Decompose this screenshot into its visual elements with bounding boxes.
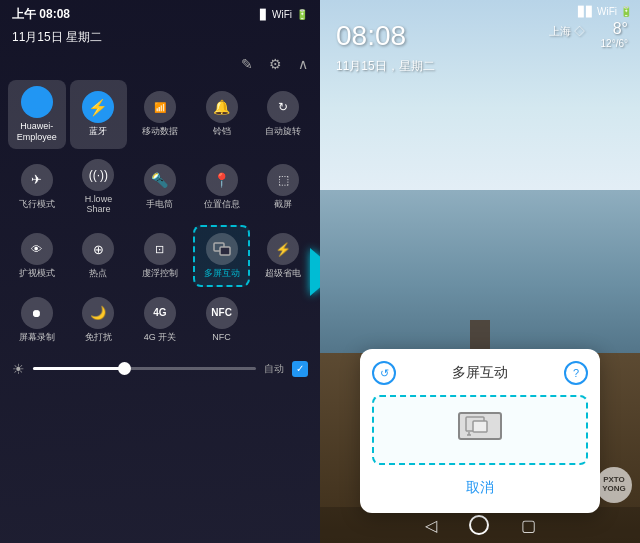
nfc-toggle[interactable]: NFC NFC [193, 291, 251, 349]
svg-rect-3 [473, 421, 487, 432]
nfc-icon: NFC [206, 297, 238, 329]
date-row: 11月15日 星期二 [0, 27, 320, 52]
settings-icon[interactable]: ⚙ [269, 56, 282, 72]
help-symbol: ? [573, 367, 579, 379]
dialog-title: 多屏互动 [396, 364, 564, 382]
direction-arrow [310, 248, 320, 296]
flashlight-toggle[interactable]: 🔦 手电筒 [131, 153, 189, 222]
watermark-circle: PXTOYONG [596, 467, 632, 503]
super-save-toggle[interactable]: ⚡ 超级省电 [254, 225, 312, 287]
weather-temp: 8° [601, 20, 628, 38]
status-time: 上午 08:08 [12, 6, 70, 23]
auto-rotate-toggle[interactable]: ↻ 自动旋转 [254, 80, 312, 149]
multiscreen-dialog: ↺ 多屏互动 ? [360, 349, 600, 513]
rotate-icon: ↻ [267, 91, 299, 123]
share-label: H.lowe Share [72, 194, 126, 216]
dialog-cancel-button[interactable]: 取消 [372, 475, 588, 501]
notification-shade: 上午 08:08 ▊ WiFi 🔋 11月15日 星期二 ✎ ⚙ ∧ [0, 0, 320, 543]
right-signal-icon: ▊▊ [578, 6, 594, 17]
collapse-icon[interactable]: ∧ [298, 56, 308, 72]
right-battery-icon: 🔋 [620, 6, 632, 17]
screen-record-toggle[interactable]: ⏺ 屏幕录制 [8, 291, 66, 349]
dnd-label: 免打扰 [85, 332, 112, 343]
float-control-toggle[interactable]: ⊡ 虔浮控制 [131, 225, 189, 287]
wifi-status-icon: WiFi [272, 9, 292, 20]
hotspot-label: 热点 [89, 268, 107, 279]
flashlight-label: 手电筒 [146, 199, 173, 210]
right-location: 上海 ◇ [549, 24, 585, 39]
brightness-thumb[interactable] [118, 362, 131, 375]
dnd-icon: 🌙 [82, 297, 114, 329]
recents-button[interactable]: ▢ [521, 516, 536, 535]
back-button[interactable]: ◁ [425, 516, 437, 535]
monitor-screen [458, 412, 502, 440]
4g-label: 4G 开关 [144, 332, 177, 343]
super-save-label: 超级省电 [265, 268, 301, 279]
brightness-icon: ☀ [12, 361, 25, 377]
sound-icon: 🔔 [206, 91, 238, 123]
hlowe-share-toggle[interactable]: ((·)) H.lowe Share [70, 153, 128, 222]
4g-icon: 4G [144, 297, 176, 329]
monitor-icon [458, 412, 502, 448]
4g-toggle[interactable]: 4G 4G 开关 [131, 291, 189, 349]
sound-label: 铃铛 [213, 126, 231, 137]
location-toggle[interactable]: 📍 位置信息 [193, 153, 251, 222]
bluetooth-toggle[interactable]: ⚡ 蓝牙 [70, 80, 128, 149]
phone-screen: ▊▊ WiFi 🔋 08:08 上海 ◇ 8° 12°/6° 11月15日，星期… [320, 0, 640, 543]
location-label: 位置信息 [204, 199, 240, 210]
mobile-data-icon: 📶 [144, 91, 176, 123]
multiscreen-label: 多屏互动 [204, 268, 240, 279]
right-weather: 8° 12°/6° [601, 20, 628, 49]
location-icon: 📍 [206, 164, 238, 196]
status-bar: 上午 08:08 ▊ WiFi 🔋 [0, 0, 320, 27]
multiscreen-icon [206, 233, 238, 265]
record-label: 屏幕录制 [19, 332, 55, 343]
bluetooth-label: 蓝牙 [89, 126, 107, 137]
brightness-control[interactable]: ☀ 自动 ✓ [0, 353, 320, 385]
quick-settings-grid: Huawei-Employee ⚡ 蓝牙 📶 移动数据 🔔 铃铛 ↻ 自动旋转 … [0, 76, 320, 353]
battery-icon: 🔋 [296, 9, 308, 20]
dialog-header: ↺ 多屏互动 ? [372, 361, 588, 385]
expand-mode-toggle[interactable]: 👁 扩视模式 [8, 225, 66, 287]
screenshot-icon: ⬚ [267, 164, 299, 196]
mobile-data-toggle[interactable]: 📶 移动数据 [131, 80, 189, 149]
dialog-refresh-icon[interactable]: ↺ [372, 361, 396, 385]
float-label: 虔浮控制 [142, 268, 178, 279]
dnd-toggle[interactable]: 🌙 免打扰 [70, 291, 128, 349]
bluetooth-icon: ⚡ [82, 91, 114, 123]
edit-icon[interactable]: ✎ [241, 56, 253, 72]
svg-rect-1 [220, 247, 230, 255]
watermark-text: PXTOYONG [602, 476, 626, 494]
arrow-right-shape [310, 248, 320, 296]
mobile-data-label: 移动数据 [142, 126, 178, 137]
brightness-fill [33, 367, 122, 370]
wifi-toggle[interactable]: Huawei-Employee [8, 80, 66, 149]
screenshot-label: 截屏 [274, 199, 292, 210]
airplane-icon: ✈ [21, 164, 53, 196]
dialog-content[interactable] [372, 395, 588, 465]
right-time: 08:08 [336, 20, 406, 52]
sound-toggle[interactable]: 🔔 铃铛 [193, 80, 251, 149]
right-status-icons: ▊▊ WiFi 🔋 [578, 6, 632, 17]
flashlight-icon: 🔦 [144, 164, 176, 196]
home-button[interactable] [469, 515, 489, 535]
float-icon: ⊡ [144, 233, 176, 265]
airplane-toggle[interactable]: ✈ 飞行模式 [8, 153, 66, 222]
auto-label: 自动 [264, 362, 284, 376]
dialog-help-icon[interactable]: ? [564, 361, 588, 385]
record-icon: ⏺ [21, 297, 53, 329]
expand-label: 扩视模式 [19, 268, 55, 279]
weather-range: 12°/6° [601, 38, 628, 49]
refresh-symbol: ↺ [380, 367, 389, 380]
signal-icon: ▊ [260, 9, 268, 20]
screenshot-toggle[interactable]: ⬚ 截屏 [254, 153, 312, 222]
brightness-slider[interactable] [33, 367, 256, 370]
airplane-label: 飞行模式 [19, 199, 55, 210]
share-icon: ((·)) [82, 159, 114, 191]
hotspot-icon: ⊕ [82, 233, 114, 265]
multiscreen-toggle[interactable]: 多屏互动 [193, 225, 251, 287]
wifi-icon [21, 86, 53, 118]
hotspot-toggle[interactable]: ⊕ 热点 [70, 225, 128, 287]
auto-checkbox[interactable]: ✓ [292, 361, 308, 377]
right-date: 11月15日，星期二 [336, 58, 435, 75]
